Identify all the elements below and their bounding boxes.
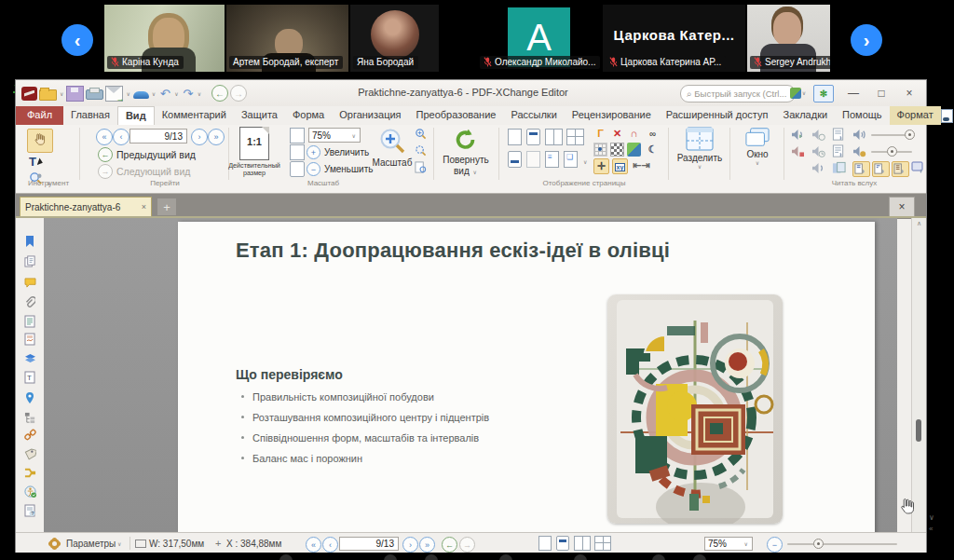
read-page-icon[interactable] — [832, 128, 845, 142]
transparency-grid-icon[interactable] — [610, 143, 624, 157]
status-last-page-button[interactable]: » — [419, 537, 435, 553]
session-switch-icon[interactable]: ✻ — [813, 85, 834, 102]
pan-zoom-icon[interactable] — [415, 144, 427, 158]
history-back-button[interactable]: ← — [211, 85, 228, 102]
page-number-field[interactable]: 9/13 — [129, 129, 187, 143]
first-page-button[interactable]: « — [96, 129, 113, 145]
status-zoom-select[interactable]: 75%∨ — [704, 537, 753, 551]
rulers-icon[interactable]: ✛ — [593, 158, 609, 174]
chevron-down-icon[interactable]: ∨ — [126, 90, 129, 97]
read-to-end-icon[interactable] — [832, 144, 845, 158]
read-current-page-button[interactable] — [852, 161, 870, 177]
zoom-in-button[interactable]: + Увеличить — [307, 145, 369, 159]
last-page-button[interactable]: » — [208, 129, 225, 145]
read-selection-button[interactable] — [892, 161, 909, 177]
fields-panel-icon[interactable] — [22, 315, 37, 330]
read-mute-icon[interactable] — [811, 162, 825, 174]
scan-icon[interactable] — [133, 91, 149, 99]
tab-help[interactable]: Помощь — [835, 106, 890, 125]
window-menu-button[interactable]: Окно ∨ — [735, 127, 780, 166]
thumbnails-panel-icon[interactable] — [22, 255, 37, 270]
tab-format[interactable]: Формат — [890, 106, 941, 125]
structure-panel-icon[interactable] — [22, 412, 37, 427]
next-view-button[interactable]: → Следующий вид — [98, 164, 190, 179]
read-from-cursor-button[interactable] — [872, 161, 890, 177]
scroll-up-icon[interactable]: ∧ — [912, 220, 926, 227]
four-pages-icon[interactable] — [566, 129, 584, 145]
status-zoom-out-button[interactable]: − — [767, 537, 783, 553]
titlebar[interactable]: ∨ ∨ ∨ ↶∨ ↷∨ ← → Praktichne-zanyattya-6 -… — [16, 80, 926, 106]
read-settings-button[interactable] — [911, 161, 925, 175]
close-document-icon[interactable]: × — [142, 202, 146, 212]
layers-panel-icon[interactable] — [22, 352, 37, 367]
attachments-panel-icon[interactable] — [22, 296, 37, 311]
hand-tool-button[interactable] — [27, 129, 53, 153]
loupe-tool-icon[interactable] — [415, 128, 427, 142]
tags-panel-icon[interactable] — [22, 448, 37, 463]
continuous-page-icon[interactable] — [526, 129, 540, 145]
tab-accessibility[interactable]: Расширенный доступ — [659, 106, 776, 125]
status-zoom-slider[interactable] — [787, 543, 897, 545]
read-play-icon[interactable] — [791, 129, 805, 141]
cover-mode-icon[interactable] — [526, 151, 540, 168]
continuous-two-pages-icon[interactable] — [508, 151, 522, 168]
save-icon[interactable] — [66, 86, 84, 102]
launch-app-icon[interactable]: ∨ — [789, 85, 808, 101]
status-four-pages-icon[interactable] — [594, 536, 611, 551]
destinations-panel-icon[interactable] — [22, 391, 37, 406]
scrollbar-thumb[interactable] — [916, 419, 921, 442]
accessibility-check-icon[interactable] — [22, 485, 37, 500]
chevron-down-icon[interactable]: ∨ — [198, 90, 201, 97]
previous-view-button[interactable]: ← Предыдущий вид — [98, 147, 196, 162]
close-button[interactable]: × — [899, 85, 920, 102]
undo-icon[interactable]: ↶ — [158, 87, 171, 101]
next-page-button[interactable]: › — [191, 129, 208, 145]
participant-tile-sergey[interactable]: Sergey Andrukh — [747, 5, 830, 72]
email-icon[interactable] — [105, 86, 123, 102]
single-page-icon[interactable] — [508, 129, 522, 145]
grid-icon[interactable] — [593, 143, 607, 157]
reading-mode-icon[interactable]: ❏ — [564, 151, 578, 168]
fit-width-icon[interactable] — [290, 144, 305, 160]
participant-tile-artem[interactable]: Артем Бородай, експерт — [226, 5, 348, 72]
status-two-pages-icon[interactable] — [574, 536, 591, 551]
chevron-down-icon[interactable]: ∨ — [60, 90, 63, 97]
close-pane-button[interactable]: × — [889, 197, 915, 217]
gear-icon[interactable] — [49, 539, 60, 549]
chevron-down-icon[interactable]: ∨ — [174, 90, 178, 97]
previous-page-button[interactable]: ‹ — [113, 129, 129, 145]
tab-protect[interactable]: Защита — [234, 106, 285, 125]
actual-size-button[interactable]: 1:1 — [239, 127, 269, 160]
bookmarks-panel-icon[interactable] — [22, 235, 37, 250]
chevron-down-icon[interactable]: ∨ — [152, 90, 156, 97]
status-next-page-button[interactable]: › — [402, 537, 418, 553]
participants-scroll-left-button[interactable]: ‹ — [61, 24, 93, 56]
split-button[interactable]: Разделить ∨ — [674, 127, 726, 170]
two-pages-icon[interactable] — [545, 129, 563, 145]
reading-glasses-icon[interactable]: ∞ — [646, 127, 660, 141]
maximize-button[interactable]: □ — [871, 85, 892, 102]
scale-button[interactable]: Масштаб — [372, 127, 413, 177]
volume-slider-knob[interactable] — [905, 130, 915, 140]
tab-organize[interactable]: Организация — [332, 106, 408, 125]
rotate-view-button[interactable]: Повернуть вид ∨ — [437, 127, 495, 176]
speed-slider-knob[interactable] — [887, 146, 897, 157]
fit-page-icon[interactable] — [290, 128, 305, 143]
fit-visible-icon[interactable] — [290, 161, 305, 177]
status-continuous-icon[interactable] — [556, 536, 569, 551]
open-file-icon[interactable] — [39, 89, 57, 101]
minimize-button[interactable]: — — [843, 85, 864, 102]
read-stop-icon[interactable] — [791, 145, 805, 157]
snap-magnet-icon[interactable]: ∩ — [627, 127, 641, 141]
links-panel-icon[interactable] — [22, 429, 37, 444]
participant-tile-oleksandr[interactable]: A Олександр Миколайо... — [477, 5, 601, 72]
participants-scroll-right-button[interactable]: › — [851, 24, 882, 56]
tab-convert[interactable]: Преобразование — [409, 106, 504, 125]
status-single-page-icon[interactable] — [538, 536, 552, 551]
content-panel-icon[interactable]: T — [22, 371, 37, 386]
read-resume-icon[interactable] — [811, 145, 825, 157]
tab-home[interactable]: Главная — [63, 106, 117, 125]
chevron-down-icon[interactable]: ∨ — [117, 540, 121, 547]
status-zoom-slider-knob[interactable] — [813, 539, 824, 549]
coordinates-icon[interactable]: xy — [612, 158, 628, 174]
